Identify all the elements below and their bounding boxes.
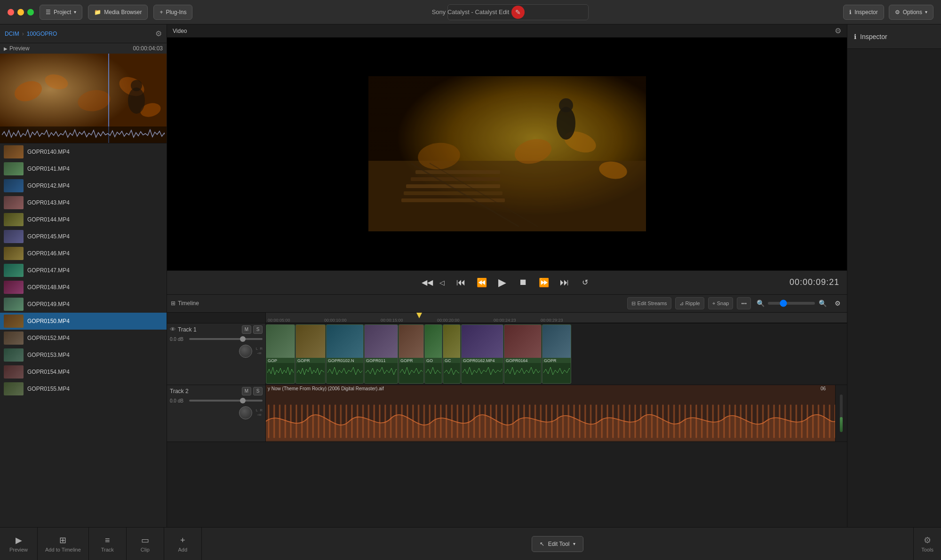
options-button[interactable]: ⚙ Options ▾ bbox=[889, 5, 933, 20]
track-2-header-top: Track 2 M S bbox=[170, 387, 263, 395]
file-item[interactable]: GOPR0154.MP4 bbox=[0, 363, 167, 380]
maximize-button[interactable] bbox=[27, 9, 34, 16]
snap-icon: ⌖ bbox=[712, 300, 715, 307]
file-item[interactable]: GOPR0149.MP4 bbox=[0, 296, 167, 313]
video-player[interactable] bbox=[167, 38, 847, 270]
clip-gc[interactable]: GC bbox=[443, 324, 461, 384]
loop-button[interactable]: ↺ bbox=[577, 274, 594, 291]
tools-button[interactable]: ⚙ Tools bbox=[921, 535, 933, 552]
file-item[interactable]: GOPR0140.MP4 bbox=[0, 143, 167, 160]
track-1-content[interactable]: GOP GOPR bbox=[266, 323, 847, 385]
track-1-solo-button[interactable]: S bbox=[253, 325, 263, 334]
inspector-title: Inspector bbox=[860, 33, 887, 40]
timeline-settings-icon[interactable]: ⚙ bbox=[832, 298, 843, 309]
edit-tool-button[interactable]: ↖ Edit Tool ▾ bbox=[532, 536, 584, 552]
plug-ins-button[interactable]: + Plug-Ins bbox=[153, 5, 192, 20]
clip-gopr0164[interactable]: GOPR0164 bbox=[504, 324, 542, 384]
clip-gopr0162[interactable]: GOPR0162.MP4 bbox=[461, 324, 503, 384]
track-2-pan-knob[interactable] bbox=[239, 406, 252, 419]
file-item[interactable]: GOPR0155.MP4 bbox=[0, 380, 167, 397]
clip-gopr1-label: GOPR bbox=[296, 358, 325, 363]
record-icon[interactable]: ✎ bbox=[511, 6, 525, 19]
media-browser-button[interactable]: 📁 Media Browser bbox=[88, 5, 148, 20]
jog-left-button[interactable]: ◀◀ bbox=[421, 274, 434, 291]
timeline-toolbar: ⊞ Timeline ⊟ Edit Streams ⊿ Ripple ⌖ Sna… bbox=[167, 295, 847, 313]
play-button[interactable]: ▶ bbox=[494, 274, 511, 291]
tools-label: Tools bbox=[921, 547, 933, 552]
track-1-header-top: 👁 Track 1 M S bbox=[170, 325, 263, 334]
track-button[interactable]: ≡ Track bbox=[89, 528, 127, 560]
cursor-icon: ↖ bbox=[540, 541, 544, 547]
file-item[interactable]: GOPR0148.MP4 bbox=[0, 279, 167, 296]
clip-button[interactable]: ▭ Clip bbox=[127, 528, 164, 560]
preview-label: Preview bbox=[9, 45, 30, 52]
file-item[interactable]: GOPR0150.MP4 bbox=[0, 313, 167, 330]
file-item[interactable]: GOPR0141.MP4 bbox=[0, 160, 167, 177]
track-2-solo-button[interactable]: S bbox=[253, 387, 263, 395]
snap-button[interactable]: ⌖ Snap bbox=[708, 297, 734, 309]
clip-gopr-last[interactable]: GOPR bbox=[542, 324, 571, 384]
track-2-mute-button[interactable]: M bbox=[242, 387, 251, 395]
step-forward-button[interactable]: ⏩ bbox=[535, 274, 552, 291]
breadcrumb-100gopro[interactable]: 100GOPRO bbox=[27, 31, 57, 37]
stop-button[interactable]: ⏹ bbox=[515, 274, 532, 291]
video-section-label: Video bbox=[173, 28, 187, 34]
file-item[interactable]: GOPR0147.MP4 bbox=[0, 262, 167, 279]
breadcrumb-dcim[interactable]: DCIM bbox=[5, 31, 19, 37]
track-1-mute-button[interactable]: M bbox=[242, 325, 251, 334]
video-settings-icon[interactable]: ⚙ bbox=[835, 26, 841, 35]
preview-bottom-button[interactable]: ▶ Preview bbox=[0, 528, 38, 560]
clip-gopr5[interactable]: GOPR bbox=[399, 324, 424, 384]
zoom-in-button[interactable]: 🔍 bbox=[817, 298, 828, 309]
clip-gopr0102-label: GOPR0102.N bbox=[327, 358, 363, 363]
breadcrumb: DCIM › 100GOPRO ⚙ bbox=[0, 24, 167, 43]
more-options-button[interactable]: ••• bbox=[737, 297, 751, 309]
jog-shuttle-left-button[interactable]: ◁ bbox=[436, 274, 449, 291]
clip-gopr1[interactable]: GOPR bbox=[295, 324, 326, 384]
file-item[interactable]: GOPR0143.MP4 bbox=[0, 194, 167, 211]
edit-streams-button[interactable]: ⊟ Edit Streams bbox=[627, 297, 671, 309]
file-item[interactable]: GOPR0144.MP4 bbox=[0, 211, 167, 228]
file-item[interactable]: GOPR0152.MP4 bbox=[0, 330, 167, 347]
add-button[interactable]: + Add bbox=[164, 528, 202, 560]
clip-gop[interactable]: GOP bbox=[266, 324, 295, 384]
file-thumbnail bbox=[4, 247, 24, 260]
minimize-button[interactable] bbox=[17, 9, 24, 16]
clip-gc-wave bbox=[443, 363, 460, 383]
clip-gopr0102[interactable]: GOPR0102.N bbox=[326, 324, 364, 384]
file-item[interactable]: GOPR0142.MP4 bbox=[0, 177, 167, 194]
clip-gopr011[interactable]: GOPR011 bbox=[364, 324, 398, 384]
options-icon: ⚙ bbox=[895, 9, 900, 16]
app-title: Sony Catalyst - Catalyst Edit bbox=[432, 8, 510, 16]
step-back-button[interactable]: ⏪ bbox=[473, 274, 490, 291]
zoom-slider[interactable] bbox=[768, 302, 815, 305]
ripple-button[interactable]: ⊿ Ripple bbox=[675, 297, 704, 309]
go-start-button[interactable]: ⏮ bbox=[453, 274, 470, 291]
clip-go[interactable]: GO bbox=[424, 324, 442, 384]
file-name: GOPR0149.MP4 bbox=[27, 301, 70, 308]
clip-waveform-5 bbox=[400, 363, 423, 382]
preview-thumbnail[interactable]: // Inline bars — done via rect elements … bbox=[0, 54, 167, 143]
file-item[interactable]: GOPR0146.MP4 bbox=[0, 245, 167, 262]
track-icon: ≡ bbox=[105, 536, 110, 545]
close-button[interactable] bbox=[8, 9, 14, 16]
track-1-visibility-button[interactable]: 👁 bbox=[170, 326, 176, 333]
inspector-button[interactable]: ℹ Inspector bbox=[843, 5, 884, 20]
timeline-label-area: ⊞ Timeline bbox=[171, 300, 199, 307]
file-item[interactable]: GOPR0153.MP4 bbox=[0, 347, 167, 363]
add-to-timeline-button[interactable]: ⊞ Add to Timeline bbox=[38, 528, 89, 560]
clip-gopr0102-thumb bbox=[327, 325, 363, 358]
timeline-section: ⊞ Timeline ⊟ Edit Streams ⊿ Ripple ⌖ Sna… bbox=[167, 295, 847, 528]
track-2-volume-slider[interactable] bbox=[189, 400, 263, 402]
file-thumbnail bbox=[4, 179, 24, 192]
zoom-out-button[interactable]: 🔍 bbox=[755, 298, 766, 309]
toolbar-right: ℹ Inspector ⚙ Options ▾ bbox=[843, 5, 933, 20]
project-menu-button[interactable]: ☰ Project ▾ bbox=[40, 5, 82, 20]
breadcrumb-settings-icon[interactable]: ⚙ bbox=[155, 29, 162, 38]
track-2-content[interactable]: y Now (Theme From Rocky) (2006 Digital R… bbox=[266, 385, 835, 442]
go-end-button[interactable]: ⏭ bbox=[556, 274, 573, 291]
track-1-volume-slider[interactable] bbox=[189, 338, 263, 340]
track-1-pan-knob[interactable] bbox=[239, 345, 252, 358]
file-item[interactable]: GOPR0145.MP4 bbox=[0, 228, 167, 245]
clip-gop-thumb bbox=[266, 325, 295, 358]
